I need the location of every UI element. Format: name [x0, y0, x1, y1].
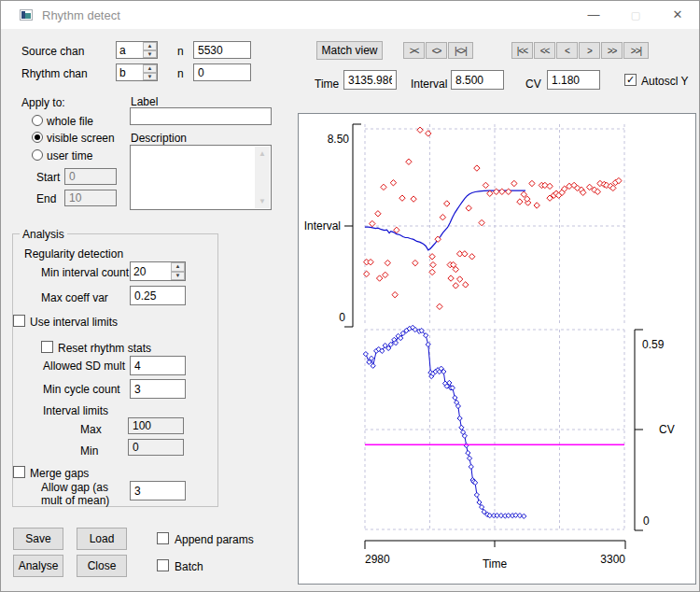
source-chan-down-icon[interactable]: ▼ [143, 50, 157, 59]
load-button[interactable]: Load [77, 528, 127, 550]
time-field[interactable] [343, 70, 397, 90]
nav-button-group: |<<<<<>>>>>| [511, 42, 649, 59]
title-bar[interactable]: Rhythm detect — ▢ ✕ [1, 1, 699, 29]
chart-panel[interactable]: 8.50Interval00.59CV029803300Time [298, 113, 696, 585]
max-field [128, 417, 184, 434]
merge-gaps-label: Merge gaps [30, 467, 89, 480]
svg-text:3300: 3300 [600, 553, 625, 566]
append-params-checkbox[interactable] [157, 532, 169, 544]
analyse-button[interactable]: Analyse [13, 555, 63, 577]
allowed-sd-mult-field[interactable] [130, 356, 186, 375]
scroll-down-icon[interactable]: ▼ [255, 194, 270, 208]
min-interval-count-spinner[interactable]: ▲ ▼ [130, 261, 186, 281]
rhythm-n-field[interactable] [193, 63, 251, 81]
start-field [64, 168, 117, 185]
interval-limits-label: Interval limits [43, 404, 108, 417]
svg-text:Time: Time [483, 557, 508, 571]
svg-text:CV: CV [659, 423, 675, 436]
min-interval-count-label: Min interval count [41, 266, 129, 279]
apply-to-label: Apply to: [21, 96, 65, 109]
description-caption: Description [131, 132, 187, 145]
minimize-button[interactable]: — [578, 1, 609, 29]
radio-whole-file[interactable] [32, 115, 43, 126]
min-field [128, 439, 184, 456]
reset-rhythm-stats-label: Reset rhythm stats [58, 342, 151, 355]
source-n-field[interactable] [193, 41, 251, 59]
zoom-button-0[interactable]: >< [403, 42, 425, 59]
nav-button-5[interactable]: >>| [623, 42, 649, 59]
cv-label: CV [525, 78, 541, 91]
zoom-button-2[interactable]: |<>| [448, 42, 473, 59]
svg-text:0: 0 [339, 311, 345, 324]
radio-visible-screen[interactable] [32, 132, 43, 143]
rhythm-chan-up-icon[interactable]: ▲ [143, 64, 157, 73]
save-button[interactable]: Save [13, 528, 63, 550]
description-scrollbar[interactable]: ▲ ▼ [255, 147, 270, 208]
scroll-up-icon[interactable]: ▲ [255, 147, 270, 161]
use-interval-limits-checkbox[interactable] [13, 315, 25, 327]
max-coeff-var-label: Max coeff var [41, 291, 108, 304]
rhythm-detect-dialog: Rhythm detect — ▢ ✕ Source chan ▲ ▼ n Rh… [0, 0, 700, 592]
svg-text:8.50: 8.50 [328, 133, 350, 146]
cv-field[interactable] [547, 70, 600, 90]
rhythm-chart[interactable]: 8.50Interval00.59CV029803300Time [299, 114, 695, 584]
rhythm-chan-label: Rhythm chan [21, 67, 88, 80]
allow-gap-label-line2: mult of mean) [41, 494, 109, 507]
min-interval-up-icon[interactable]: ▲ [171, 262, 185, 272]
min-cycle-count-field[interactable] [130, 379, 186, 399]
source-chan-spinner[interactable]: ▲ ▼ [116, 41, 158, 59]
max-label: Max [80, 423, 102, 436]
min-interval-down-icon[interactable]: ▼ [171, 272, 185, 281]
window-title: Rhythm detect [42, 8, 120, 22]
rhythm-chan-spinner[interactable]: ▲ ▼ [116, 63, 158, 81]
rhythm-chan-input[interactable] [117, 64, 142, 80]
source-chan-input[interactable] [117, 42, 142, 58]
zoom-button-1[interactable]: <> [426, 42, 447, 59]
label-caption: Label [131, 95, 158, 108]
max-coeff-var-field[interactable] [130, 286, 186, 305]
min-interval-count-input[interactable] [131, 262, 170, 280]
source-n-label: n [177, 45, 184, 58]
batch-checkbox[interactable] [157, 559, 169, 571]
nav-button-1[interactable]: << [534, 42, 555, 59]
reset-rhythm-stats-checkbox[interactable] [41, 341, 53, 353]
rhythm-n-label: n [177, 67, 184, 80]
close-window-button[interactable]: ✕ [662, 1, 693, 29]
allow-gap-field[interactable] [130, 481, 186, 500]
app-icon [20, 9, 33, 21]
svg-text:0: 0 [643, 514, 650, 528]
time-label: Time [315, 78, 339, 91]
analysis-title: Analysis [20, 228, 67, 241]
maximize-button: ▢ [620, 1, 651, 29]
append-params-label: Append params [175, 533, 254, 546]
end-label: End [36, 192, 56, 205]
source-chan-up-icon[interactable]: ▲ [143, 42, 157, 50]
nav-button-2[interactable]: < [556, 42, 578, 59]
allowed-sd-mult-label: Allowed SD mult [43, 359, 125, 373]
source-chan-label: Source chan [21, 45, 84, 58]
radio-user-time[interactable] [32, 149, 43, 161]
svg-text:2980: 2980 [365, 553, 390, 566]
radio-visible-screen-label: visible screen [47, 132, 115, 145]
nav-button-4[interactable]: >> [601, 42, 623, 59]
use-interval-limits-label: Use interval limits [30, 316, 118, 329]
merge-gaps-checkbox[interactable] [13, 466, 25, 478]
nav-button-3[interactable]: > [579, 42, 600, 59]
batch-label: Batch [175, 560, 203, 573]
close-button[interactable]: Close [77, 555, 127, 577]
interval-label: Interval [411, 78, 447, 91]
min-label: Min [80, 444, 98, 458]
match-view-button[interactable]: Match view [316, 41, 383, 60]
svg-text:0.59: 0.59 [642, 338, 665, 351]
description-textarea[interactable]: ▲ ▼ [130, 145, 272, 210]
radio-user-time-label: user time [47, 149, 92, 162]
nav-button-0[interactable]: |<< [511, 42, 533, 59]
end-field [64, 190, 117, 206]
label-input[interactable] [130, 107, 272, 125]
regularity-detection-label: Regularity detection [24, 247, 123, 261]
min-cycle-count-label: Min cycle count [43, 383, 120, 396]
autoscl-y-checkbox[interactable]: ✓ [624, 74, 637, 86]
interval-field[interactable] [451, 70, 504, 90]
rhythm-chan-down-icon[interactable]: ▼ [143, 73, 157, 81]
start-label: Start [36, 171, 60, 184]
